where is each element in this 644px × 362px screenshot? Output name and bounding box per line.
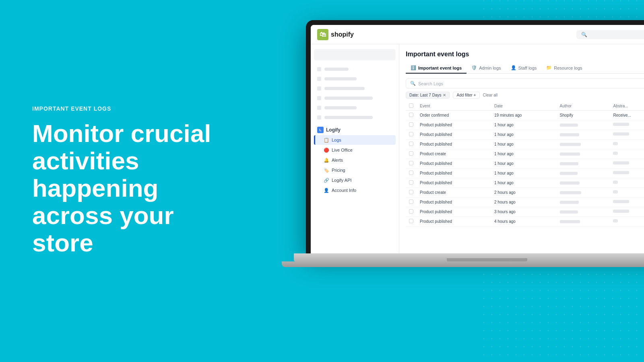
row-checkbox[interactable]	[409, 122, 413, 127]
pricing-icon: 🏷️	[324, 167, 329, 173]
sidebar-item-logs[interactable]: 📋 Logs	[314, 135, 396, 145]
table-header-event: Event	[417, 102, 491, 111]
tab-staff-icon: 👤	[511, 65, 516, 70]
row-date: 1 hour ago	[491, 159, 557, 169]
placeholder-line	[324, 97, 373, 100]
row-event: Product published	[417, 207, 491, 217]
table-header-author: Author	[557, 102, 610, 111]
sidebar-account-label: Account Info	[332, 188, 356, 193]
search-logs-icon: 🔍	[410, 81, 416, 86]
row-event: Product published	[417, 197, 491, 207]
table-row[interactable]: Product published4 hours agohiddenh	[406, 217, 644, 226]
table-row[interactable]: Product published1 hour agohiddenh	[406, 140, 644, 149]
row-abstract: Receive...	[610, 111, 644, 120]
table-row[interactable]: Product published2 hours agohiddenhidden	[406, 197, 644, 207]
row-checkbox[interactable]	[409, 200, 413, 204]
eyebrow-text: IMPORTANT EVENT LOGS	[32, 105, 225, 112]
search-logs-placeholder: Search Logs	[418, 81, 443, 86]
tab-resource-label: Resource logs	[554, 66, 582, 70]
logify-section: L Logify 📋 Logs 🔴 Live Office	[314, 125, 396, 195]
row-event: Product create	[417, 149, 491, 159]
logs-table: Event Date Author Abstra... Order confir…	[406, 102, 644, 226]
headline-line4: across your store	[32, 202, 174, 257]
row-checkbox[interactable]	[409, 180, 413, 185]
tab-admin-logs[interactable]: 🛡️ Admin logs	[466, 63, 506, 74]
sidebar-placeholder-3	[314, 84, 396, 93]
row-checkbox[interactable]	[409, 132, 413, 136]
logify-icon: L	[317, 127, 324, 133]
sidebar-placeholder-4	[314, 94, 396, 102]
row-checkbox-cell	[406, 149, 417, 159]
table-row[interactable]: Product published1 hour agohiddenhidden	[406, 169, 644, 178]
placeholder-dot	[317, 96, 321, 100]
row-checkbox[interactable]	[409, 142, 413, 146]
row-checkbox[interactable]	[409, 113, 413, 117]
sidebar-item-live-office[interactable]: 🔴 Live Office	[314, 145, 396, 155]
table-row[interactable]: Product published1 hour agohiddenhidden	[406, 120, 644, 130]
row-author: hidden	[557, 120, 610, 130]
shopify-logo: 🛍 shopify	[317, 29, 354, 40]
tab-resource-logs[interactable]: 📁 Resource logs	[541, 63, 587, 74]
table-row[interactable]: Product create2 hours agohiddenh	[406, 188, 644, 197]
table-row[interactable]: Product create1 hour agohiddenh	[406, 149, 644, 159]
placeholder-line	[324, 116, 373, 119]
row-date: 3 hours ago	[491, 207, 557, 217]
row-abstract: hidden	[610, 120, 644, 130]
sidebar-item-logify-api[interactable]: 🔗 Logify API	[314, 175, 396, 185]
sidebar-placeholder-6	[314, 113, 396, 121]
row-abstract: hidden	[610, 197, 644, 207]
alerts-icon: 🔔	[324, 157, 329, 163]
sidebar-search[interactable]	[314, 49, 396, 60]
sidebar-item-pricing[interactable]: 🏷️ Pricing	[314, 165, 396, 175]
row-checkbox[interactable]	[409, 171, 413, 175]
table-row[interactable]: Product published1 hour agohiddenh	[406, 178, 644, 188]
add-filter-button[interactable]: Add filter +	[453, 92, 479, 99]
sidebar-placeholder-1	[314, 65, 396, 73]
table-row[interactable]: Product published1 hour agohiddenhidden	[406, 130, 644, 140]
sidebar-item-account-info[interactable]: 👤 Account Info	[314, 185, 396, 195]
row-checkbox[interactable]	[409, 209, 413, 214]
row-event: Product published	[417, 169, 491, 178]
row-author: hidden	[557, 207, 610, 217]
row-checkbox[interactable]	[409, 161, 413, 165]
placeholder-dot	[317, 115, 321, 119]
row-abstract: h	[610, 149, 644, 159]
date-filter-label: Date: Last 7 Days	[409, 93, 441, 97]
row-event: Product create	[417, 188, 491, 197]
row-date: 2 hours ago	[491, 197, 557, 207]
sidebar-item-alerts[interactable]: 🔔 Alerts	[314, 155, 396, 165]
clear-all-button[interactable]: Clear all	[483, 93, 498, 97]
date-filter-remove[interactable]: ✕	[443, 93, 446, 97]
row-event: Product published	[417, 178, 491, 188]
row-checkbox[interactable]	[409, 219, 413, 223]
table-row[interactable]: Order confirmed19 minutes agoShopifyRece…	[406, 111, 644, 120]
row-checkbox[interactable]	[409, 151, 413, 156]
row-abstract: hidden	[610, 207, 644, 217]
app-screen: 🛍 shopify 🔍	[311, 25, 644, 253]
placeholder-line	[324, 77, 357, 80]
top-search[interactable]: 🔍	[576, 30, 644, 39]
table-header-date: Date	[491, 102, 557, 111]
header-checkbox[interactable]	[409, 103, 413, 108]
date-filter-chip[interactable]: Date: Last 7 Days ✕	[406, 92, 450, 99]
main-layout: L Logify 📋 Logs 🔴 Live Office	[311, 44, 644, 253]
row-checkbox-cell	[406, 217, 417, 226]
row-checkbox-cell	[406, 120, 417, 130]
row-checkbox-cell	[406, 207, 417, 217]
row-checkbox-cell	[406, 169, 417, 178]
row-checkbox[interactable]	[409, 190, 413, 194]
laptop-screen: 🛍 shopify 🔍	[306, 20, 644, 253]
table-row[interactable]: Product published1 hour agohiddenhidden	[406, 159, 644, 169]
tab-staff-logs[interactable]: 👤 Staff logs	[506, 63, 542, 74]
account-icon: 👤	[324, 187, 329, 193]
logs-search[interactable]: 🔍 Search Logs	[406, 78, 644, 88]
placeholder-dot	[317, 106, 321, 110]
tab-resource-icon: 📁	[546, 65, 552, 70]
tab-important-event-logs[interactable]: ℹ️ Important event logs	[406, 63, 466, 74]
top-nav: 🛍 shopify 🔍	[311, 25, 644, 44]
placeholder-line	[324, 87, 365, 90]
sidebar-live-office-label: Live Office	[332, 148, 353, 152]
row-author: hidden	[557, 159, 610, 169]
table-row[interactable]: Product published3 hours agohiddenhidden	[406, 207, 644, 217]
row-date: 1 hour ago	[491, 140, 557, 149]
